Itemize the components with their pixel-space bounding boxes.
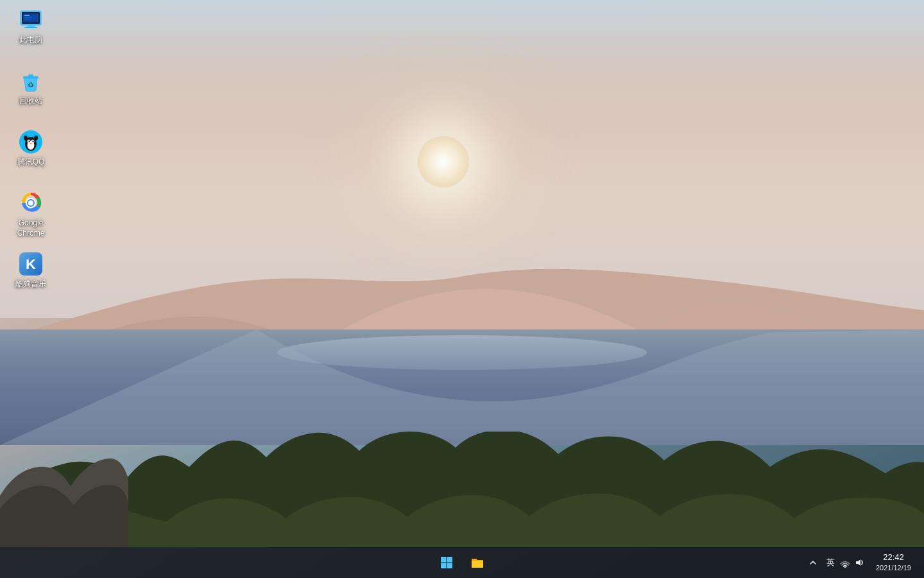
svg-point-20 — [32, 141, 33, 142]
svg-rect-2 — [27, 25, 35, 27]
chrome-icon-label: Google Chrome — [10, 218, 51, 238]
desktop-icon-qq[interactable]: 腾讯QQ — [6, 125, 55, 171]
tray-icons-group: 英 — [825, 548, 866, 577]
background-water — [0, 329, 924, 445]
svg-rect-5 — [24, 15, 30, 16]
desktop: 此电脑 ♻ 回收站 — [0, 0, 924, 578]
background-sun — [418, 136, 469, 188]
svg-rect-31 — [441, 563, 447, 569]
recycle-icon-label: 回收站 — [19, 96, 42, 107]
svg-point-19 — [28, 141, 30, 142]
language-indicator[interactable]: 英 — [825, 548, 837, 577]
start-button[interactable] — [432, 548, 461, 577]
taskbar-right: 英 — [807, 547, 924, 578]
svg-rect-9 — [28, 74, 33, 76]
speaker-icon — [854, 557, 864, 568]
folder-icon — [470, 556, 484, 570]
kugou-icon-label: 酷狗音乐 — [15, 279, 46, 290]
desktop-icon-recycle[interactable]: ♻ 回收站 — [6, 64, 55, 110]
desktop-icon-chrome[interactable]: Google Chrome — [6, 186, 55, 242]
network-icon — [840, 557, 850, 568]
recycle-icon: ♻ — [18, 68, 44, 94]
chrome-icon — [18, 190, 44, 216]
svg-rect-32 — [447, 563, 453, 569]
svg-rect-6 — [24, 17, 32, 18]
desktop-icon-kugou[interactable]: K 酷狗音乐 — [6, 247, 55, 293]
show-hidden-icons-button[interactable] — [807, 548, 819, 577]
volume-icon-button[interactable] — [853, 548, 866, 577]
svg-point-33 — [844, 566, 846, 568]
windows-logo-icon — [440, 556, 453, 569]
svg-text:K: K — [26, 256, 36, 272]
svg-rect-30 — [447, 557, 453, 563]
svg-point-25 — [28, 200, 33, 206]
qq-icon — [18, 129, 44, 155]
svg-rect-3 — [24, 27, 37, 28]
desktop-icon-computer[interactable]: 此电脑 — [6, 3, 55, 49]
network-icon-button[interactable] — [839, 548, 851, 577]
kugou-icon: K — [18, 251, 44, 277]
svg-rect-8 — [23, 76, 38, 78]
background-foreground — [0, 432, 924, 547]
clock[interactable]: 22:42 2021/12/19 — [871, 548, 916, 577]
svg-rect-7 — [24, 19, 31, 20]
chevron-up-icon — [809, 559, 817, 566]
computer-icon-label: 此电脑 — [19, 35, 42, 46]
svg-rect-29 — [441, 557, 447, 563]
taskbar-center — [432, 548, 492, 577]
background-rocks — [0, 444, 128, 547]
qq-icon-label: 腾讯QQ — [17, 157, 45, 168]
computer-icon — [18, 7, 44, 33]
taskbar: 英 — [0, 547, 924, 578]
file-explorer-button[interactable] — [463, 548, 492, 577]
